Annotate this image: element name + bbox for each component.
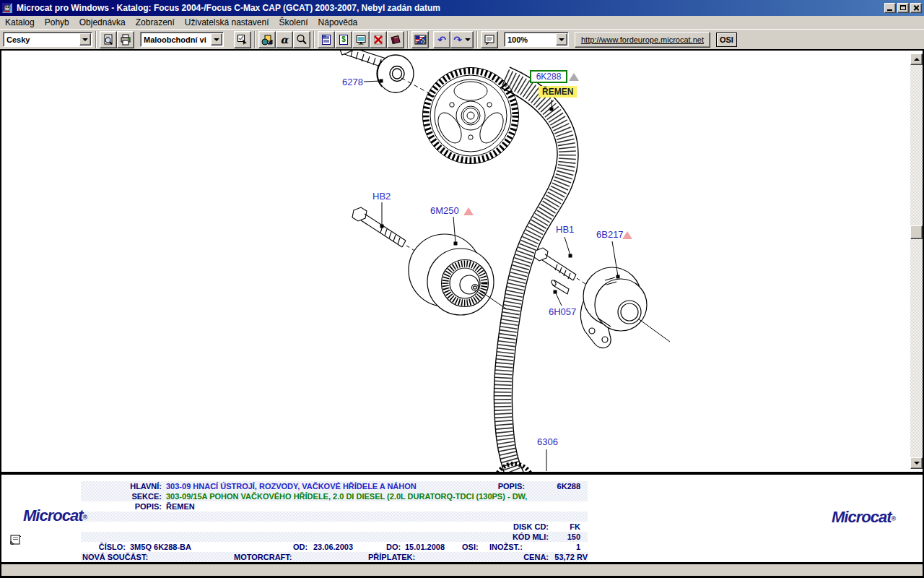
price-list-icon: $ [338, 34, 349, 46]
do-label: DO: [386, 542, 401, 552]
chevron-down-icon[interactable] [211, 33, 222, 46]
scroll-down-button[interactable] [910, 457, 923, 469]
title-bar[interactable]: Microcat pro Windows - Katalog: Focus 20… [0, 0, 924, 16]
toolbar: Cesky Maloobchodní vi [0, 29, 924, 49]
menu-zobrazeni[interactable]: Zobrazení [131, 17, 180, 28]
app-icon [2, 2, 14, 14]
popis-label: POPIS: [81, 501, 162, 512]
parts-list-icon [321, 34, 332, 46]
menu-objednavka[interactable]: Objednávka [74, 17, 131, 28]
maximize-icon [900, 5, 906, 10]
microcat-window: Microcat pro Windows - Katalog: Focus 20… [0, 0, 924, 578]
minimize-button[interactable] [884, 3, 896, 13]
graphic-index-button[interactable] [258, 31, 276, 48]
popis-part-label: POPIS: [456, 481, 525, 491]
osi-button[interactable]: OSI [716, 33, 737, 47]
toolbar-separator [313, 31, 315, 48]
cena-value: 53,72 RV [537, 552, 588, 562]
priplatek-label: PŘÍPLATEK: [368, 552, 415, 562]
diagram-area[interactable]: 6278 HB2 6M250 HB1 6B217 6H057 6306 6K28… [0, 49, 924, 472]
maximize-button[interactable] [897, 3, 909, 13]
disk-cd-value: FK [552, 522, 580, 532]
part-label-6306[interactable]: 6306 [537, 436, 558, 447]
menu-pohyb[interactable]: Pohyb [40, 17, 74, 28]
graphic-index-icon [261, 34, 273, 46]
popis-value: ŘEMEN [166, 501, 195, 512]
salmon-triangle-icon [622, 231, 632, 239]
print-preview-button[interactable] [100, 31, 117, 48]
book-icon [390, 34, 401, 46]
part-label-6278[interactable]: 6278 [342, 77, 363, 87]
menu-katalog[interactable]: Katalog [0, 17, 40, 28]
language-select-value: Cesky [4, 35, 79, 44]
part-label-6b217[interactable]: 6B217 [596, 229, 624, 240]
printer-icon [120, 34, 131, 46]
status-bar [0, 562, 924, 578]
gray-triangle-icon [569, 73, 579, 81]
od-value: 23.06.2003 [313, 542, 353, 552]
kod-mli-label: KÓD MLI: [435, 532, 549, 542]
salmon-triangle-icon [463, 207, 474, 215]
toolbar-separator [254, 31, 256, 48]
language-flag-button[interactable] [411, 31, 429, 48]
toolbar-separator [476, 31, 478, 48]
alpha-index-button[interactable]: α [276, 31, 293, 48]
cislo-label: ČÍSLO: [81, 542, 126, 552]
redo-button[interactable]: ↷ [450, 31, 474, 48]
popis-part-value: 6K288 [521, 481, 580, 491]
view-select-value: Maloobchodní vi [141, 35, 210, 44]
mnozst-value: 1 [550, 542, 580, 552]
delete-button[interactable] [370, 31, 387, 48]
zoom-select[interactable]: 100% [504, 32, 569, 47]
zoom-select-value: 100% [505, 35, 555, 44]
kod-mli-value: 150 [552, 532, 580, 542]
chevron-down-icon[interactable] [465, 38, 471, 41]
page-note-icon[interactable] [9, 532, 23, 547]
magnifier-icon [296, 34, 308, 46]
chevron-down-icon[interactable] [556, 33, 567, 46]
menu-skoleni[interactable]: Školení [274, 17, 313, 28]
window-title: Microcat pro Windows - Katalog: Focus 20… [17, 3, 883, 13]
hlavni-label: HLAVNÍ: [81, 481, 162, 491]
sekce-value: 303-09/15A POHON VAČKOVÉHO HŘÍDELE, 2.0 … [166, 491, 527, 501]
part-label-6h057[interactable]: 6H057 [549, 306, 576, 317]
notes-button[interactable] [481, 31, 498, 48]
selected-part-callout[interactable]: 6K288 [530, 70, 567, 83]
nova-soucast-label: NOVÁ SOUČÁST: [82, 552, 148, 562]
close-button[interactable] [910, 3, 922, 13]
microcat-logo-left: Microcat® [23, 506, 87, 525]
zoom-tool-button[interactable] [293, 31, 310, 48]
od-label: OD: [293, 542, 308, 552]
website-link-button[interactable]: http://www.fordeurope.microcat.net [575, 32, 710, 48]
screen-view-button[interactable] [352, 31, 370, 48]
select-mode-button[interactable] [234, 31, 251, 48]
part-label-hb1[interactable]: HB1 [556, 224, 574, 235]
menu-napoveda[interactable]: Nápověda [313, 17, 363, 28]
monitor-icon [355, 34, 367, 46]
view-select[interactable]: Maloobchodní vi [140, 32, 224, 47]
mnozst-label: INOŽST.: [489, 542, 523, 552]
vertical-scrollbar[interactable] [910, 53, 923, 469]
scroll-down-icon [914, 462, 920, 465]
undo-icon: ↶ [437, 35, 446, 45]
part-label-6m250[interactable]: 6M250 [430, 205, 459, 216]
history-book-button[interactable] [387, 31, 404, 48]
parts-list-button[interactable] [318, 31, 335, 48]
delete-red-x-icon [372, 34, 384, 46]
osi-label: OSI: [462, 542, 479, 552]
language-select[interactable]: Cesky [3, 32, 92, 47]
microcat-logo-right: Microcat® [832, 508, 896, 527]
part-label-hb2[interactable]: HB2 [372, 191, 391, 202]
scrollbar-thumb[interactable] [910, 225, 923, 239]
minimize-icon [887, 9, 892, 11]
redo-icon: ↷ [453, 35, 462, 45]
chevron-down-icon[interactable] [79, 33, 91, 46]
scroll-up-button[interactable] [910, 53, 923, 65]
undo-button[interactable]: ↶ [433, 31, 450, 48]
do-value: 15.01.2008 [405, 542, 445, 552]
price-list-button[interactable]: $ [335, 31, 352, 48]
print-button[interactable] [117, 31, 134, 48]
disk-cd-label: DISK CD: [435, 522, 549, 532]
menu-uzivatelska-nastaveni[interactable]: Uživatelská nastavení [180, 17, 274, 28]
toolbar-separator [95, 31, 97, 48]
